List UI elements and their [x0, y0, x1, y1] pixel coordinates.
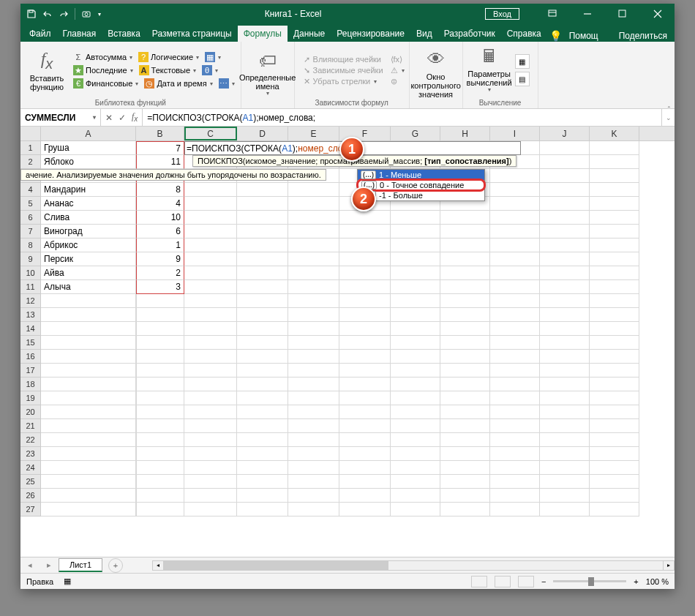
cell[interactable]	[41, 405, 136, 419]
cell[interactable]	[490, 364, 540, 378]
cell[interactable]	[184, 378, 237, 391]
cell[interactable]	[440, 391, 490, 405]
cell[interactable]	[391, 322, 440, 336]
cell[interactable]	[590, 461, 639, 475]
cell[interactable]	[288, 433, 339, 447]
cell[interactable]	[41, 364, 136, 378]
zoom-out-button[interactable]: −	[541, 577, 546, 586]
cell[interactable]	[339, 378, 391, 391]
cell[interactable]	[440, 461, 490, 475]
show-formulas-button[interactable]: ⟨fx⟩	[391, 55, 405, 64]
cell[interactable]	[391, 503, 440, 517]
cell[interactable]	[41, 419, 136, 433]
cell[interactable]	[440, 280, 490, 294]
cell[interactable]	[136, 475, 184, 489]
cell[interactable]	[590, 197, 639, 211]
sheet-tab[interactable]: Лист1	[59, 558, 102, 572]
cell[interactable]	[540, 364, 590, 378]
tab-insert[interactable]: Вставка	[102, 26, 146, 42]
cell[interactable]: Айва	[41, 266, 136, 280]
math-button[interactable]: θ▾	[200, 64, 219, 76]
row-header[interactable]: 22	[20, 433, 41, 447]
recent-button[interactable]: ★Последние▾	[72, 64, 135, 76]
column-header[interactable]: K	[590, 127, 639, 140]
cell[interactable]	[237, 433, 288, 447]
cell[interactable]	[440, 266, 490, 280]
cell[interactable]	[288, 364, 339, 378]
cell[interactable]	[540, 405, 590, 419]
cell[interactable]	[237, 294, 288, 308]
sheet-nav-prev-icon[interactable]: ◂	[20, 560, 40, 570]
row-header[interactable]: 12	[20, 294, 41, 308]
minimize-button[interactable]	[571, 4, 604, 24]
cell[interactable]	[490, 308, 540, 322]
cell[interactable]	[391, 447, 440, 461]
cell[interactable]	[237, 336, 288, 350]
cell[interactable]	[136, 391, 184, 405]
cell[interactable]	[237, 405, 288, 419]
cell[interactable]	[540, 183, 590, 197]
cell[interactable]	[490, 378, 540, 391]
cell[interactable]	[184, 475, 237, 489]
cell[interactable]	[41, 475, 136, 489]
cell[interactable]	[590, 350, 639, 364]
camera-icon[interactable]	[81, 9, 91, 19]
cell[interactable]	[339, 350, 391, 364]
column-header[interactable]: G	[391, 127, 440, 140]
cell[interactable]	[440, 503, 490, 517]
cell[interactable]	[590, 336, 639, 350]
select-all-corner[interactable]	[20, 127, 41, 140]
cell[interactable]	[540, 350, 590, 364]
maximize-button[interactable]	[606, 4, 639, 24]
cell[interactable]	[391, 350, 440, 364]
ribbon-options-icon[interactable]	[536, 4, 569, 24]
row-header[interactable]: 20	[20, 405, 41, 419]
cell[interactable]	[590, 266, 639, 280]
undo-icon[interactable]	[42, 9, 53, 19]
cell[interactable]	[540, 378, 590, 391]
cell[interactable]	[339, 336, 391, 350]
cell[interactable]	[440, 489, 490, 503]
cell[interactable]	[540, 238, 590, 252]
cell[interactable]	[184, 294, 237, 308]
cell[interactable]	[41, 350, 136, 364]
cell[interactable]	[288, 238, 339, 252]
cell[interactable]	[391, 391, 440, 405]
zoom-in-button[interactable]: +	[634, 577, 638, 586]
cell[interactable]	[391, 364, 440, 378]
row-header[interactable]: 19	[20, 391, 41, 405]
tab-file[interactable]: Файл	[23, 26, 57, 42]
error-check-button[interactable]: ⚠▾	[391, 66, 405, 75]
cell[interactable]	[440, 294, 490, 308]
remove-arrows-button[interactable]: ✕Убрать стрелки▾	[304, 77, 383, 86]
tab-data[interactable]: Данные	[288, 26, 331, 42]
cell[interactable]	[391, 280, 440, 294]
cell[interactable]	[391, 294, 440, 308]
cell[interactable]	[440, 433, 490, 447]
macro-record-icon[interactable]: ▦	[64, 576, 71, 586]
save-icon[interactable]	[26, 9, 37, 19]
cell[interactable]	[540, 280, 590, 294]
cell[interactable]: 9	[136, 252, 184, 266]
cell[interactable]	[136, 294, 184, 308]
confirm-edit-icon[interactable]: ✓	[119, 113, 126, 123]
cell[interactable]: Груша	[41, 141, 136, 155]
cell[interactable]	[41, 336, 136, 350]
cell[interactable]	[590, 447, 639, 461]
cell[interactable]	[440, 308, 490, 322]
cell[interactable]	[184, 266, 237, 280]
cell[interactable]	[339, 252, 391, 266]
cell[interactable]	[237, 419, 288, 433]
row-header[interactable]: 1	[20, 141, 41, 155]
cell[interactable]	[288, 266, 339, 280]
scroll-thumb[interactable]	[164, 561, 388, 570]
cell[interactable]	[184, 225, 237, 238]
cell[interactable]	[288, 183, 339, 197]
rows-container[interactable]: 1Груша72Яблоко1134Мандарин85Ананас46Слив…	[20, 141, 675, 557]
logical-button[interactable]: ?Логические▾	[137, 51, 200, 63]
cell[interactable]	[391, 336, 440, 350]
cell[interactable]	[391, 308, 440, 322]
cell[interactable]	[490, 405, 540, 419]
close-button[interactable]	[641, 4, 675, 24]
cancel-edit-icon[interactable]: ✕	[105, 113, 113, 123]
